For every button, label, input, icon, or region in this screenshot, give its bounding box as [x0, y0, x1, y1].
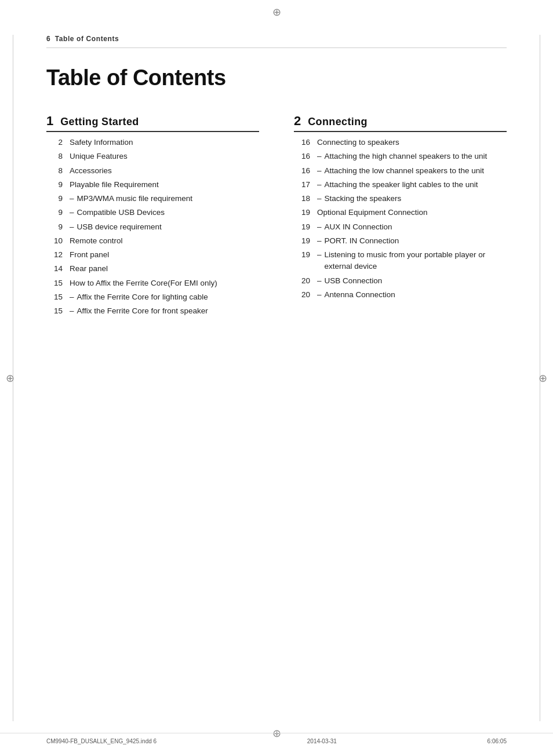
dash: –	[70, 207, 74, 218]
dash: –	[317, 289, 322, 301]
left-column: 1 Getting Started 2 Safety Information 8…	[46, 114, 259, 319]
entry-text: Attaching the low channel speakers to th…	[325, 165, 507, 177]
page-num: 2	[46, 137, 63, 148]
toc-entry: 9 Playable file Requirement	[46, 179, 259, 191]
breadcrumb-page-number: 6	[46, 35, 50, 43]
footer-date: 2014-03-31	[307, 738, 337, 744]
toc-entry: 16 Connecting to speakers	[294, 137, 507, 148]
page-num: 20	[294, 275, 310, 287]
entry-text: Safety Information	[70, 137, 259, 148]
page-num: 20	[294, 289, 310, 301]
page-num: 19	[294, 221, 310, 233]
footer-filename: CM9940-FB_DUSALLK_ENG_9425.indd 6	[46, 738, 157, 744]
page-num: 17	[294, 179, 310, 191]
page-num: 9	[46, 193, 63, 204]
toc-entry-sub: 9 – USB device requirement	[46, 221, 259, 233]
page-num: 8	[46, 165, 63, 177]
page-num: 12	[46, 249, 63, 261]
toc-entry: 12 Front panel	[46, 249, 259, 261]
dash: –	[70, 291, 74, 303]
entry-text: Unique Features	[70, 151, 259, 162]
entry-text: Connecting to speakers	[317, 137, 507, 148]
toc-entry-sub: 16 – Attaching the high channel speakers…	[294, 151, 507, 162]
entry-text: Stacking the speakers	[325, 193, 507, 204]
reg-mark-top: ⊕	[272, 6, 281, 19]
section1-number: 1	[46, 114, 53, 129]
page-num: 16	[294, 151, 310, 162]
toc-entry-sub: 20 – Antenna Connection	[294, 289, 507, 301]
toc-entry: 10 Remote control	[46, 235, 259, 247]
dash: –	[317, 179, 322, 191]
dash: –	[317, 249, 322, 261]
entry-text: Playable file Requirement	[70, 179, 259, 191]
entry-text: USB Connection	[325, 275, 507, 287]
entry-text: Antenna Connection	[325, 289, 507, 301]
entry-text: Affix the Ferrite Core for front speaker	[77, 305, 259, 317]
toc-entry-sub: 18 – Stacking the speakers	[294, 193, 507, 204]
entry-text: Optional Equipment Connection	[317, 207, 507, 218]
toc-entry-sub: 9 – Compatible USB Devices	[46, 207, 259, 218]
page-num: 15	[46, 277, 63, 289]
toc-entry-sub: 17 – Attaching the speaker light cables …	[294, 179, 507, 191]
section2-number: 2	[294, 114, 301, 129]
section1-header: 1 Getting Started	[46, 114, 259, 132]
toc-entry-sub: 20 – USB Connection	[294, 275, 507, 287]
entry-text: Front panel	[70, 249, 259, 261]
footer: CM9940-FB_DUSALLK_ENG_9425.indd 6 2014-0…	[0, 733, 553, 744]
entry-text: Compatible USB Devices	[77, 207, 259, 218]
toc-entry: 19 Optional Equipment Connection	[294, 207, 507, 218]
page-title: Table of Contents	[46, 65, 507, 90]
reg-mark-right: ⊕	[539, 372, 547, 385]
toc-entry-sub: 16 – Attaching the low channel speakers …	[294, 165, 507, 177]
entry-text: Rear panel	[70, 263, 259, 275]
page-num: 9	[46, 179, 63, 191]
footer-time: 6:06:05	[487, 738, 507, 744]
page-num: 18	[294, 193, 310, 204]
page-num: 16	[294, 165, 310, 177]
toc-entry-sub: 19 – PORT. IN Connection	[294, 235, 507, 247]
toc-entry: 2 Safety Information	[46, 137, 259, 148]
right-column: 2 Connecting 16 Connecting to speakers 1…	[294, 114, 507, 303]
toc-entry-sub: 19 – AUX IN Connection	[294, 221, 507, 233]
entry-text: Attaching the speaker light cables to th…	[325, 179, 507, 191]
page-num: 9	[46, 207, 63, 218]
toc-entry-sub: 9 – MP3/WMA music file requirement	[46, 193, 259, 204]
entry-text: How to Affix the Ferrite Core(For EMI on…	[70, 277, 259, 289]
entry-text: Accessories	[70, 165, 259, 177]
dash: –	[70, 305, 74, 317]
toc-entry-sub: 19 – Listening to music from your portab…	[294, 249, 507, 273]
page-num: 8	[46, 151, 63, 162]
section2-title: Connecting	[308, 116, 368, 128]
section1-title: Getting Started	[60, 116, 139, 128]
page-num: 19	[294, 249, 310, 261]
page-num: 16	[294, 137, 310, 148]
breadcrumb-title: Table of Contents	[55, 35, 119, 43]
entry-text: Affix the Ferrite Core for lighting cabl…	[77, 291, 259, 303]
page-num: 15	[46, 291, 63, 303]
toc-entry-sub: 15 – Affix the Ferrite Core for lighting…	[46, 291, 259, 303]
toc-entry: 14 Rear panel	[46, 263, 259, 275]
dash: –	[317, 275, 322, 287]
page: ⊕ ⊕ ⊕ ⊕ 6 Table of Contents Table of Con…	[0, 0, 553, 756]
dash: –	[317, 151, 322, 162]
page-num: 19	[294, 207, 310, 218]
page-num: 15	[46, 305, 63, 317]
toc-entry: 8 Accessories	[46, 165, 259, 177]
entry-text: Listening to music from your portable pl…	[325, 249, 507, 273]
entry-text: Attaching the high channel speakers to t…	[325, 151, 507, 162]
entry-text: Remote control	[70, 235, 259, 247]
toc-entry: 15 How to Affix the Ferrite Core(For EMI…	[46, 277, 259, 289]
content-columns: 1 Getting Started 2 Safety Information 8…	[46, 114, 507, 319]
entry-text: USB device requirement	[77, 221, 259, 233]
entry-text: MP3/WMA music file requirement	[77, 193, 259, 204]
dash: –	[317, 221, 322, 233]
page-num: 10	[46, 235, 63, 247]
toc-entry: 8 Unique Features	[46, 151, 259, 162]
dash: –	[317, 165, 322, 177]
section2-header: 2 Connecting	[294, 114, 507, 132]
page-num: 14	[46, 263, 63, 275]
page-num: 19	[294, 235, 310, 247]
dash: –	[70, 193, 74, 204]
breadcrumb: 6 Table of Contents	[46, 35, 507, 48]
page-num: 9	[46, 221, 63, 233]
